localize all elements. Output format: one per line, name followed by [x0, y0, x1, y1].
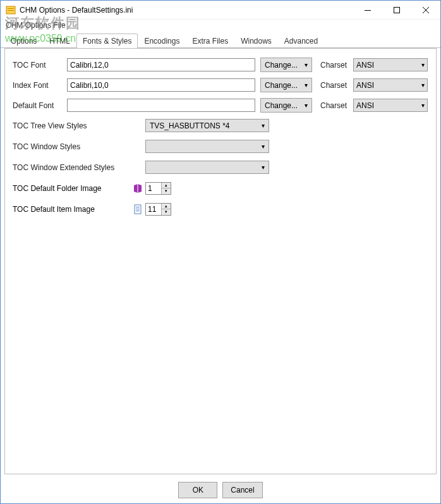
toc-window-styles-label: TOC Window Styles	[13, 142, 145, 151]
tab-panel: TOC Font Change...▾ Charset ANSI▾ Index …	[4, 48, 437, 474]
dialog-footer: OK Cancel	[1, 477, 440, 503]
toc-charset-label: Charset	[320, 61, 347, 70]
book-icon	[133, 183, 143, 194]
chevron-down-icon: ▾	[262, 122, 265, 129]
page-icon	[133, 204, 143, 214]
chevron-down-icon: ▾	[305, 102, 308, 109]
cancel-button[interactable]: Cancel	[222, 482, 262, 498]
tab-html[interactable]: HTML	[43, 34, 76, 48]
svg-rect-10	[136, 211, 140, 211]
default-font-input[interactable]	[67, 99, 255, 112]
toc-item-image-value[interactable]	[146, 204, 161, 215]
toc-font-change-button[interactable]: Change...▾	[260, 58, 312, 72]
chevron-down-icon: ▾	[262, 164, 265, 171]
titlebar: CHM Options - DefaultSettings.ini	[1, 1, 440, 20]
toc-folder-image-label: TOC Default Folder Image	[13, 184, 133, 193]
chevron-down-icon: ▾	[421, 61, 425, 68]
svg-rect-8	[136, 207, 140, 207]
svg-rect-3	[365, 10, 371, 11]
spinner-down[interactable]: ▾	[162, 188, 171, 194]
toc-font-input[interactable]	[67, 58, 255, 71]
index-charset-select[interactable]: ANSI▾	[353, 78, 428, 92]
toc-item-image-spinner[interactable]: ▴▾	[145, 203, 171, 216]
index-font-change-button[interactable]: Change...▾	[260, 78, 312, 92]
toc-window-ext-styles-select[interactable]: ▾	[145, 161, 269, 174]
tab-options[interactable]: Options	[4, 34, 43, 48]
index-font-label: Index Font	[13, 81, 67, 90]
tab-bar: Options HTML Fonts & Styles Encodings Ex…	[1, 32, 440, 48]
chevron-down-icon: ▾	[262, 143, 265, 150]
tab-windows[interactable]: Windows	[234, 34, 278, 48]
spinner-up[interactable]: ▴	[162, 204, 171, 209]
tab-extra-files[interactable]: Extra Files	[186, 34, 234, 48]
index-font-input[interactable]	[67, 78, 255, 92]
chevron-down-icon: ▾	[421, 102, 425, 109]
chevron-down-icon: ▾	[305, 61, 308, 68]
app-icon	[6, 5, 16, 15]
index-charset-label: Charset	[320, 81, 347, 90]
toc-item-image-label: TOC Default Item Image	[13, 205, 133, 214]
default-font-change-button[interactable]: Change...▾	[260, 98, 312, 113]
menubar: CHM Options File	[1, 20, 440, 32]
tab-encodings[interactable]: Encodings	[138, 34, 186, 48]
toc-window-ext-styles-label: TOC Window Extended Styles	[13, 163, 145, 172]
svg-rect-2	[8, 10, 14, 11]
svg-rect-1	[8, 8, 14, 9]
tab-advanced[interactable]: Advanced	[278, 34, 324, 48]
toc-folder-image-spinner[interactable]: ▴▾	[145, 182, 171, 195]
chevron-down-icon: ▾	[421, 82, 425, 89]
toc-tree-styles-select[interactable]: TVS_HASBUTTONS *4▾	[145, 119, 269, 132]
window-title: CHM Options - DefaultSettings.ini	[20, 6, 353, 15]
close-button[interactable]	[411, 1, 440, 19]
toc-charset-select[interactable]: ANSI▾	[353, 58, 428, 71]
default-charset-label: Charset	[320, 101, 347, 110]
ok-button[interactable]: OK	[178, 482, 217, 498]
menu-file[interactable]: CHM Options File	[6, 21, 66, 30]
toc-tree-styles-label: TOC Tree View Styles	[13, 121, 145, 130]
tab-fonts-styles[interactable]: Fonts & Styles	[76, 34, 138, 48]
default-font-label: Default Font	[13, 101, 67, 110]
svg-rect-4	[394, 7, 400, 13]
chevron-down-icon: ▾	[305, 82, 308, 89]
default-charset-select[interactable]: ANSI▾	[353, 99, 428, 112]
toc-folder-image-value[interactable]	[146, 183, 161, 194]
spinner-up[interactable]: ▴	[162, 183, 171, 188]
minimize-icon	[365, 7, 371, 13]
toc-font-label: TOC Font	[13, 61, 67, 70]
toc-window-styles-select[interactable]: ▾	[145, 140, 269, 153]
spinner-down[interactable]: ▾	[162, 209, 171, 215]
close-icon	[423, 7, 429, 13]
maximize-icon	[394, 7, 400, 13]
minimize-button[interactable]	[353, 1, 382, 19]
maximize-button[interactable]	[382, 1, 411, 19]
svg-rect-9	[136, 209, 140, 209]
